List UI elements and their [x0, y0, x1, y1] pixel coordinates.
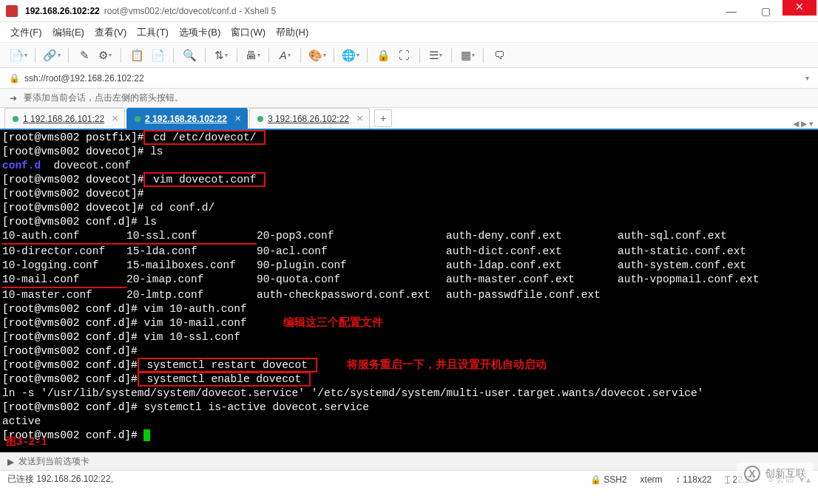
hint-bar: ➜ 要添加当前会话，点击左侧的箭头按钮。 — [0, 89, 818, 108]
address-dropdown[interactable]: ▾ — [805, 74, 809, 82]
status-dot-icon — [257, 116, 263, 122]
send-icon: ▶ — [7, 457, 14, 467]
notes-button[interactable]: 🗨 — [491, 46, 507, 65]
title-path: root@vms002:/etc/dovecot/conf.d - Xshell… — [104, 6, 276, 16]
send-target-text: 发送到当前选项卡 — [18, 455, 89, 468]
tab-close-icon[interactable]: ✕ — [112, 114, 118, 123]
lock-icon: 🔒 — [590, 474, 601, 485]
watermark: X 创新互联 — [737, 463, 814, 485]
status-proto: 🔒 SSH2 — [590, 474, 627, 485]
maximize-button[interactable]: ▢ — [748, 1, 782, 21]
session-tab-1[interactable]: 1 192.168.26.101:22 ✕ — [4, 108, 125, 129]
color-button[interactable]: 🎨▾ — [308, 46, 326, 65]
menu-view[interactable]: 查看(V) — [95, 26, 126, 39]
font-button[interactable]: A▾ — [277, 46, 293, 65]
menu-help[interactable]: 帮助(H) — [276, 26, 308, 39]
toolbar: 📄+▾ 🔗▾ ✎ ⚙▾ 📋 📄 🔍 ⇅▾ 🖶▾ A▾ 🎨▾ 🌐▾ 🔒 ⛶ ☰▾ … — [0, 43, 818, 68]
app-icon — [6, 5, 18, 17]
tab-nav[interactable]: ◀ ▶ ▾ — [793, 119, 814, 129]
menu-window[interactable]: 窗口(W) — [231, 26, 266, 39]
hint-text: 要添加当前会话，点击左侧的箭头按钮。 — [24, 92, 183, 104]
properties-button[interactable]: ⚙▾ — [97, 46, 113, 65]
menu-bar: 文件(F) 编辑(E) 查看(V) 工具(T) 选项卡(B) 窗口(W) 帮助(… — [0, 22, 818, 43]
menu-file[interactable]: 文件(F) — [10, 26, 42, 39]
address-bar: 🔒 ▾ — [0, 68, 818, 89]
minimize-button[interactable]: — — [714, 1, 748, 21]
menu-tools[interactable]: 工具(T) — [137, 26, 169, 39]
xagent-button[interactable]: 🌐▾ — [342, 46, 359, 65]
cursor-icon: ⌶ — [725, 474, 730, 485]
add-tab-button[interactable]: + — [374, 109, 392, 127]
watermark-text: 创新互联 — [765, 467, 806, 480]
transfer-button[interactable]: ⇅▾ — [213, 46, 229, 65]
status-connection: 已连接 192.168.26.102:22。 — [7, 473, 119, 486]
terminal-output[interactable]: [root@vms002 postfix]# cd /etc/dovecot/ … — [0, 130, 818, 452]
status-dot-icon — [135, 116, 141, 122]
copy-button[interactable]: 📋 — [129, 46, 145, 65]
fullscreen-button[interactable]: ⛶ — [396, 46, 412, 65]
script-button[interactable]: ☰▾ — [427, 46, 444, 65]
send-target-bar: ▶ 发送到当前选项卡 — [0, 452, 818, 470]
tab-bar: 1 192.168.26.101:22 ✕ 2 192.168.26.102:2… — [0, 108, 818, 130]
lock-icon: 🔒 — [9, 73, 20, 84]
edit-button[interactable]: ✎ — [76, 46, 92, 65]
paste-button[interactable]: 📄 — [149, 46, 166, 65]
session-tab-2[interactable]: 2 192.168.26.102:22 ✕ — [126, 108, 248, 129]
status-bar: 已连接 192.168.26.102:22。 🔒 SSH2 xterm ↕ 11… — [0, 470, 818, 488]
find-button[interactable]: 🔍 — [181, 46, 197, 65]
status-dot-icon — [13, 116, 18, 122]
menu-tab[interactable]: 选项卡(B) — [179, 26, 220, 39]
session-tab-3[interactable]: 3 192.168.26.102:22 ✕ — [249, 108, 370, 129]
tab-label: 1 192.168.26.101:22 — [23, 114, 104, 124]
status-size: ↕ 118x22 — [676, 474, 712, 485]
lock-button[interactable]: 🔒 — [375, 46, 391, 65]
add-session-arrow[interactable]: ➜ — [7, 92, 19, 104]
print-button[interactable]: 🖶▾ — [245, 46, 261, 65]
status-term: xterm — [640, 474, 663, 485]
address-input[interactable] — [24, 73, 801, 84]
title-bar: 192.168.26.102:22 root@vms002:/etc/dovec… — [0, 0, 818, 22]
arrange-button[interactable]: ▦▾ — [459, 46, 476, 65]
title-host: 192.168.26.102:22 — [25, 6, 100, 16]
tab-close-icon[interactable]: ✕ — [234, 114, 241, 123]
reconnect-button[interactable]: 🔗▾ — [43, 46, 61, 65]
tab-label: 3 192.168.26.102:22 — [268, 114, 349, 124]
tab-close-icon[interactable]: ✕ — [356, 114, 363, 123]
close-button[interactable]: ✕ — [782, 0, 817, 16]
new-session-button[interactable]: 📄+▾ — [9, 46, 27, 65]
resize-icon: ↕ — [676, 474, 680, 485]
tab-label: 2 192.168.26.102:22 — [145, 114, 227, 124]
menu-edit[interactable]: 编辑(E) — [53, 26, 84, 39]
figure-label: 图3-2-1 — [6, 435, 47, 449]
watermark-icon: X — [744, 466, 760, 482]
